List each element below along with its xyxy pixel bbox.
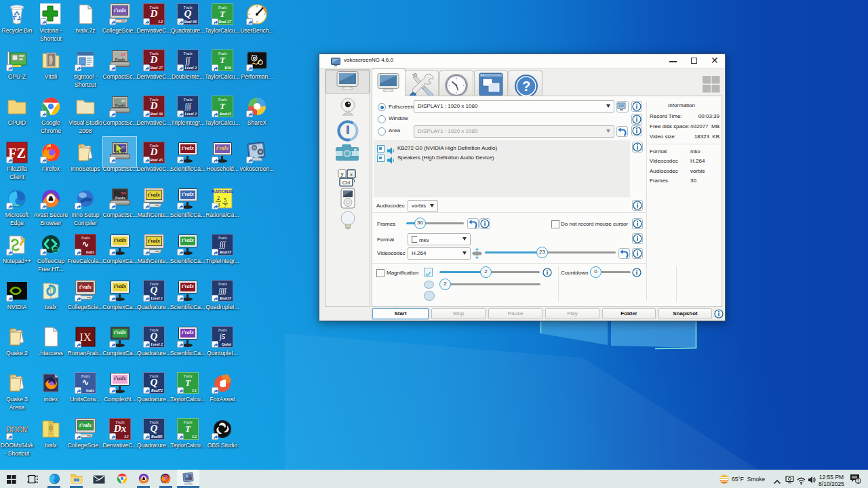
svg-text:y: y (341, 171, 344, 177)
svg-text:RATIONAL: RATIONAL (212, 189, 233, 194)
svg-text:?: ? (522, 79, 530, 94)
svg-text:Ctrl: Ctrl (342, 180, 351, 186)
svg-text:FREE: FREE (52, 249, 59, 251)
svg-text:x: x (350, 171, 353, 178)
svg-text:1: 1 (857, 479, 860, 483)
svg-text:7: 7 (224, 203, 226, 209)
svg-text:5: 5 (224, 197, 227, 203)
svg-text:2: 2 (217, 195, 220, 201)
